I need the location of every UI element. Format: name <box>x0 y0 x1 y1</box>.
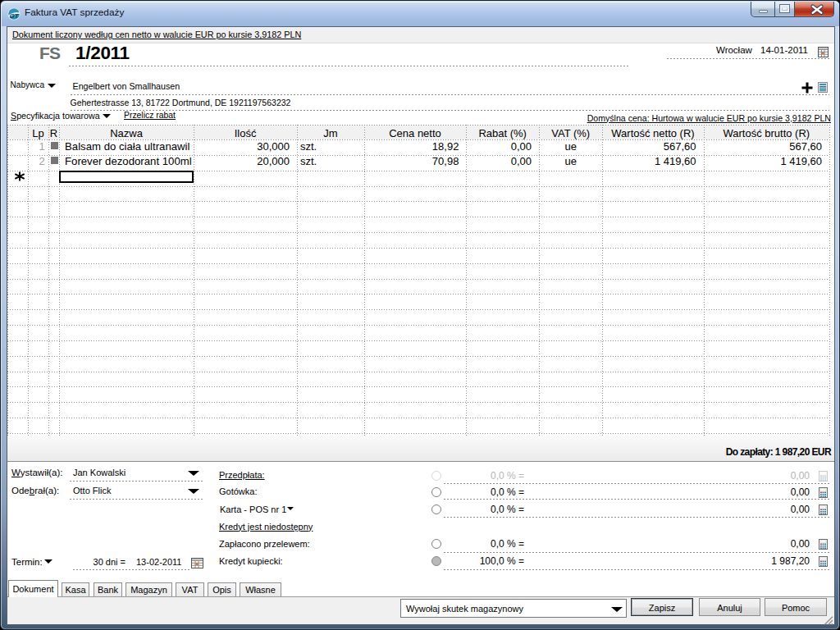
svg-text:GT: GT <box>10 12 20 20</box>
